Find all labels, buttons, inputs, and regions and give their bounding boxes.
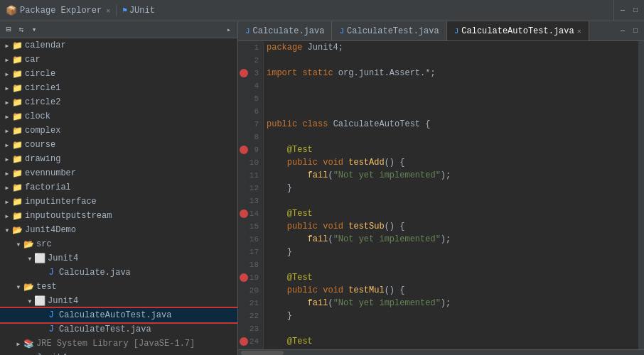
vertical-scrollbar[interactable] [638,41,644,349]
arrow-circle1: ▶ [3,84,11,92]
tree-item-circle2[interactable]: ▶ 📁 circle2 [0,95,237,109]
tree-item-junit4-jar[interactable]: ▶ ☕ Junit4 [0,351,237,355]
arrow-factorial: ▶ [3,183,11,192]
line-num-20: 20 [238,284,263,297]
line-num-14: 14 [238,207,263,220]
tab-close-calculateauto[interactable]: ✕ [577,27,581,36]
tree-item-src-junit4[interactable]: ▼ ⬜ Junit4 [0,251,237,266]
code-line-9: @Test [267,143,635,156]
collapse-all-btn[interactable]: ⊟ [3,24,14,36]
line-num-24: 24 [238,335,263,348]
close-icon[interactable]: ✕ [106,6,110,15]
tree-item-evennumber[interactable]: ▶ 📁 evennumber [0,166,237,180]
junit-tab[interactable]: ⚑ JUnit [122,6,155,16]
tree-item-inputinterface[interactable]: ▶ 📁 inputinterface [0,195,237,209]
tree-item-test[interactable]: ▼ 📂 test [0,280,237,294]
tree-item-inputoutputstream[interactable]: ▶ 📁 inputoutputstream [0,209,237,223]
folder-icon-calendar: 📁 [11,40,23,50]
expand-btn[interactable]: ▸ [223,24,235,36]
tree-item-course[interactable]: ▶ 📁 course [0,138,237,152]
explorer-toolbar: ⊟ ⇆ ▾ ▸ [0,21,237,38]
tree-item-car[interactable]: ▶ 📁 car [0,53,237,67]
hscroll-thumb[interactable] [241,351,284,355]
line-num-13: 13 [238,195,263,207]
arrow-src-junit4: ▼ [26,254,34,263]
tree-item-complex[interactable]: ▶ 📁 complex [0,124,237,138]
tree-view[interactable]: ▶ 📁 calendar ▶ 📁 car ▶ 📁 circle ▶ 📁 circ… [0,38,237,355]
test-folder-icon: 📂 [23,282,34,292]
arrow-circle2: ▶ [3,98,11,106]
folder-icon-inputinterface: 📁 [11,197,23,207]
arrow-evennumber: ▶ [3,169,11,178]
code-line-13 [267,195,635,207]
code-area[interactable]: package Junit4; import static org.junit.… [264,41,638,349]
label-complex: complex [25,126,60,136]
folder-icon-clock: 📁 [11,111,23,121]
line-num-5: 5 [238,92,263,105]
tree-item-calendar[interactable]: ▶ 📁 calendar [0,38,237,53]
arrow-car: ▶ [3,55,11,64]
tab-calculateautotest-java[interactable]: J CalculateAutoTest.java ✕ [447,21,589,40]
maximize-btn[interactable]: □ [630,5,641,16]
tree-item-factorial[interactable]: ▶ 📁 factorial [0,180,237,195]
tab-calculatetest-java[interactable]: J CalculateTest.java [332,21,446,40]
label-test-junit4: Junit4 [48,296,78,306]
tree-item-calculatetest[interactable]: ▶ J CalculateTest.java [0,322,237,337]
line-num-2: 2 [238,54,263,67]
tree-item-circle[interactable]: ▶ 📁 circle [0,67,237,81]
code-line-16: fail("Not yet implemented"); [267,233,635,246]
tree-item-src[interactable]: ▼ 📂 src [0,237,237,251]
maximize-editor-btn[interactable]: □ [630,26,641,37]
code-line-3: import static org.junit.Assert.*; [267,67,635,80]
code-line-1: package Junit4; [267,41,635,54]
arrow-test-junit4: ▼ [26,297,34,305]
arrow-course: ▶ [3,141,11,149]
tree-item-calculate-java[interactable]: ▶ J Calculate.java [0,266,237,280]
code-line-7: public class CalculateAutoTest { [267,118,635,131]
arrow-circle: ▶ [3,70,11,78]
label-clock: clock [25,111,50,121]
horizontal-scrollbar[interactable] [238,349,644,355]
view-menu-btn[interactable]: ▾ [28,24,40,36]
label-inputoutputstream: inputoutputstream [25,211,112,221]
line-num-6: 6 [238,105,263,118]
code-line-14: @Test [267,207,635,220]
line-gutter: 1234567891011121314151617181920212223242… [238,41,264,349]
left-panel: ⊟ ⇆ ▾ ▸ ▶ 📁 calendar ▶ 📁 car ▶ 📁 c [0,21,238,355]
tab-calculate-java[interactable]: J Calculate.java [238,21,332,40]
tree-item-junit4demo[interactable]: ▼ 📂 Junit4Demo [0,223,237,237]
tree-item-jre[interactable]: ▶ 📚 JRE System Library [JavaSE-1.7] [0,337,237,351]
code-line-23 [267,322,635,335]
line-num-15: 15 [238,220,263,233]
line-num-9: 9 [238,143,263,156]
label-course: course [25,140,55,150]
tree-item-drawing[interactable]: ▶ 📁 drawing [0,152,237,166]
tree-item-circle1[interactable]: ▶ 📁 circle1 [0,81,237,95]
line-num-7: 7 [238,118,263,131]
package-explorer-tab[interactable]: 📦 Package Explorer ✕ [6,5,110,16]
line-num-3: 3 [238,67,263,80]
label-junit4demo: Junit4Demo [25,225,76,235]
link-editor-btn[interactable]: ⇆ [16,24,27,36]
code-line-20: public void testMul() { [267,284,635,297]
code-line-5 [267,92,635,105]
main-area: ⊟ ⇆ ▾ ▸ ▶ 📁 calendar ▶ 📁 car ▶ 📁 c [0,21,644,355]
package-explorer-label: Package Explorer [20,6,102,16]
code-line-17: } [267,246,635,258]
tree-item-clock[interactable]: ▶ 📁 clock [0,109,237,124]
java-file-icon-calculate: J [45,268,57,278]
package-icon-src: ⬜ [34,253,45,263]
arrow-test: ▼ [14,283,23,291]
folder-icon-inputoutputstream: 📁 [11,211,23,221]
tree-item-calculateautotest[interactable]: ▶ J CalculateAutoTest.java [0,308,237,322]
title-bar: 📦 Package Explorer ✕ ⚑ JUnit — □ [0,0,644,21]
label-circle2: circle2 [25,97,60,107]
label-calculate-java: Calculate.java [59,268,131,278]
tree-item-test-junit4[interactable]: ▼ ⬜ Junit4 [0,294,237,308]
minimize-btn[interactable]: — [617,5,628,16]
minimize-editor-btn[interactable]: — [617,26,628,37]
arrow-jre: ▶ [14,339,23,348]
code-line-21: fail("Not yet implemented"); [267,297,635,310]
label-car: car [25,55,41,65]
arrow-calendar: ▶ [3,41,11,50]
